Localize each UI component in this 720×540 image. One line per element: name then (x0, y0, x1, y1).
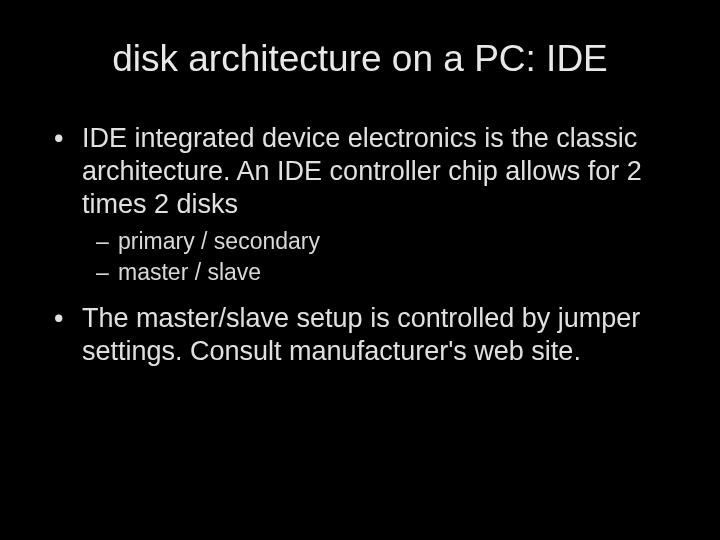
sub-bullet-list: primary / secondary master / slave (82, 227, 680, 288)
sub-bullet-text: primary / secondary (118, 228, 320, 254)
sub-bullet-item: primary / secondary (96, 227, 680, 256)
sub-bullet-text: master / slave (118, 259, 261, 285)
slide: disk architecture on a PC: IDE IDE integ… (0, 0, 720, 540)
slide-title: disk architecture on a PC: IDE (40, 38, 680, 80)
bullet-item: The master/slave setup is controlled by … (48, 302, 680, 368)
bullet-item: IDE integrated device electronics is the… (48, 122, 680, 288)
bullet-text: The master/slave setup is controlled by … (82, 303, 640, 366)
sub-bullet-item: master / slave (96, 258, 680, 287)
bullet-list: IDE integrated device electronics is the… (40, 122, 680, 368)
bullet-text: IDE integrated device electronics is the… (82, 123, 642, 219)
